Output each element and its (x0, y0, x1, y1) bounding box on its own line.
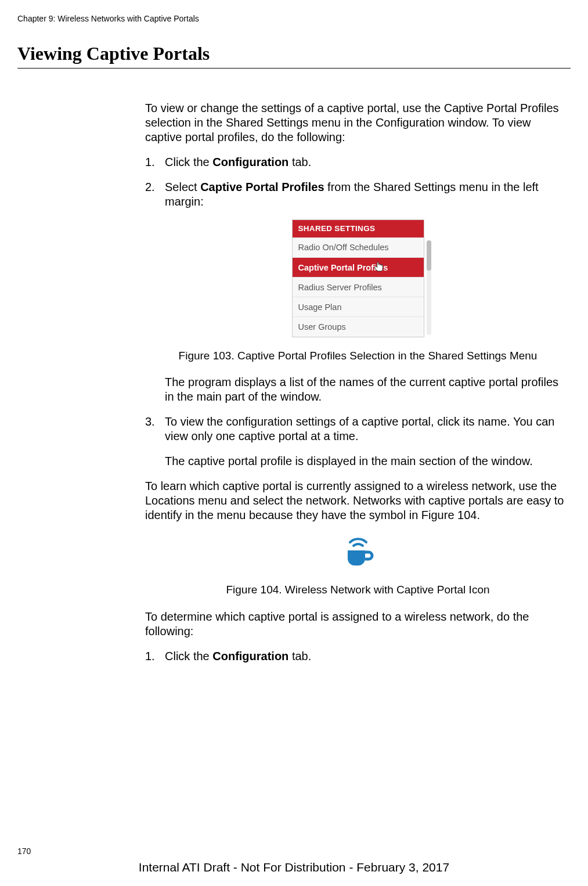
intro-paragraph: To view or change the settings of a capt… (145, 101, 571, 145)
text: tab. (288, 156, 311, 168)
text: The captive portal profile is displayed … (165, 454, 571, 469)
step-number: 1. (145, 649, 165, 664)
menu-box: SHARED SETTINGS Radio On/Off Schedules C… (292, 219, 424, 337)
page: Chapter 9: Wireless Networks with Captiv… (0, 0, 588, 886)
step-3: 3. To view the configuration settings of… (145, 415, 571, 469)
step-body: To view the configuration settings of a … (165, 415, 571, 469)
footer-draft: Internal ATI Draft - Not For Distributio… (0, 860, 588, 874)
step-body: Click the Configuration tab. (165, 155, 571, 170)
figure-104: Figure 104. Wireless Network with Captiv… (145, 533, 571, 597)
menu-item-radio-schedules[interactable]: Radio On/Off Schedules (293, 237, 424, 257)
text: To view the configuration settings of a … (165, 415, 571, 444)
step-body: The program displays a list of the names… (165, 375, 571, 404)
bold-text: Configuration (212, 650, 288, 662)
step-body: Select Captive Portal Profiles from the … (165, 180, 571, 209)
menu-item-radius-server-profiles[interactable]: Radius Server Profiles (293, 277, 424, 297)
figure-caption: Figure 104. Wireless Network with Captiv… (145, 583, 571, 597)
text: tab. (288, 650, 311, 662)
bold-text: Captive Portal Profiles (200, 181, 324, 193)
step-1: 1. Click the Configuration tab. (145, 155, 571, 170)
scrollbar-thumb[interactable] (427, 240, 431, 271)
paragraph-learn: To learn which captive portal is current… (145, 479, 571, 523)
shared-settings-menu: SHARED SETTINGS Radio On/Off Schedules C… (292, 219, 424, 337)
paragraph-determine: To determine which captive portal is ass… (145, 610, 571, 639)
steps2-step-1: 1. Click the Configuration tab. (145, 649, 571, 664)
step-2: 2. Select Captive Portal Profiles from t… (145, 180, 571, 209)
step-2-note: The program displays a list of the names… (145, 375, 571, 404)
section-title: Viewing Captive Portals (17, 43, 571, 64)
figure-103: SHARED SETTINGS Radio On/Off Schedules C… (145, 219, 571, 362)
step-number: 3. (145, 415, 165, 469)
figure-caption: Figure 103. Captive Portal Profiles Sele… (145, 349, 571, 363)
text: Click the (165, 650, 212, 662)
text: Select (165, 181, 200, 193)
page-number: 170 (17, 847, 31, 856)
text: Click the (165, 156, 212, 168)
menu-scrollbar[interactable] (427, 240, 431, 335)
text: The program displays a list of the names… (165, 375, 571, 404)
step-number: 2. (145, 180, 165, 209)
menu-item-captive-portal-profiles[interactable]: Captive Portal Profiles (293, 257, 424, 277)
title-rule (17, 68, 571, 69)
running-header: Chapter 9: Wireless Networks with Captiv… (17, 14, 571, 23)
menu-item-usage-plan[interactable]: Usage Plan (293, 297, 424, 316)
menu-header: SHARED SETTINGS (293, 220, 424, 237)
step-body: Click the Configuration tab. (165, 649, 571, 664)
menu-item-user-groups[interactable]: User Groups (293, 316, 424, 336)
step-number: 1. (145, 155, 165, 170)
captive-portal-icon (342, 533, 374, 568)
step-number-blank (145, 375, 165, 404)
body-content: To view or change the settings of a capt… (145, 101, 571, 664)
bold-text: Configuration (212, 156, 288, 168)
